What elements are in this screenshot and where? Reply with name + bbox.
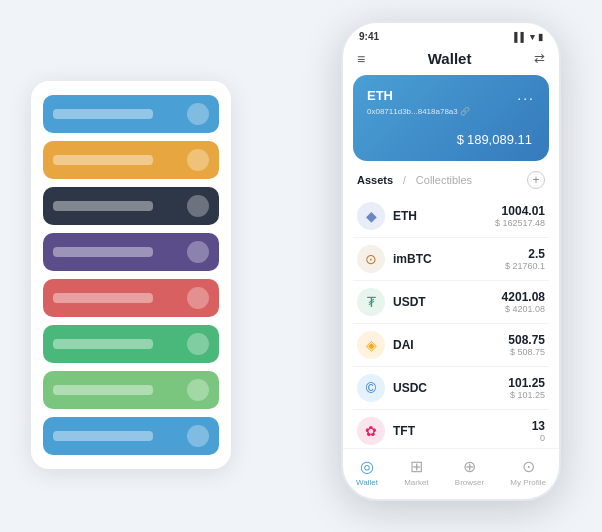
asset-left: © USDC (357, 374, 427, 402)
asset-icon-dai: ◈ (357, 331, 385, 359)
tab-collectibles[interactable]: Collectibles (416, 174, 472, 186)
eth-card-header: ETH ... (367, 87, 535, 103)
asset-amount: 13 (532, 419, 545, 433)
asset-left: ⊙ imBTC (357, 245, 432, 273)
card-item-4[interactable] (43, 279, 219, 317)
asset-item-eth[interactable]: ◆ ETH 1004.01 $ 162517.48 (353, 195, 549, 238)
asset-left: ◈ DAI (357, 331, 414, 359)
card-item-5[interactable] (43, 325, 219, 363)
card-icon (187, 103, 209, 125)
asset-right: 13 0 (532, 419, 545, 443)
asset-icon-eth: ◆ (357, 202, 385, 230)
asset-icon-tft: ✿ (357, 417, 385, 445)
bottom-nav: ◎ Wallet ⊞ Market ⊕ Browser ⊙ My Profile (343, 448, 559, 499)
nav-item-market[interactable]: ⊞ Market (404, 457, 428, 487)
asset-left: ◆ ETH (357, 202, 417, 230)
asset-usd: $ 4201.08 (502, 304, 545, 314)
nav-icon-market: ⊞ (410, 457, 423, 476)
card-icon (187, 287, 209, 309)
eth-card-menu[interactable]: ... (517, 87, 535, 103)
eth-card-address: 0x08711d3b...8418a78a3 🔗 (367, 107, 535, 116)
app-scene: 9:41 ▌▌ ▾ ▮ ≡ Wallet ⇄ ETH ... 0x08711d3… (21, 21, 581, 511)
menu-icon[interactable]: ≡ (357, 51, 365, 67)
nav-item-wallet[interactable]: ◎ Wallet (356, 457, 378, 487)
nav-item-browser[interactable]: ⊕ Browser (455, 457, 484, 487)
card-label (53, 293, 153, 303)
asset-icon-imbtc: ⊙ (357, 245, 385, 273)
expand-icon[interactable]: ⇄ (534, 51, 545, 66)
asset-item-imbtc[interactable]: ⊙ imBTC 2.5 $ 21760.1 (353, 238, 549, 281)
card-item-1[interactable] (43, 141, 219, 179)
phone-mockup: 9:41 ▌▌ ▾ ▮ ≡ Wallet ⇄ ETH ... 0x08711d3… (341, 21, 561, 501)
card-icon (187, 333, 209, 355)
asset-item-dai[interactable]: ◈ DAI 508.75 $ 508.75 (353, 324, 549, 367)
status-icons: ▌▌ ▾ ▮ (514, 32, 543, 42)
nav-item-my-profile[interactable]: ⊙ My Profile (510, 457, 546, 487)
card-label (53, 385, 153, 395)
asset-amount: 508.75 (508, 333, 545, 347)
add-asset-button[interactable]: + (527, 171, 545, 189)
assets-header: Assets / Collectibles + (343, 161, 559, 195)
nav-label: My Profile (510, 478, 546, 487)
card-item-0[interactable] (43, 95, 219, 133)
phone-header: ≡ Wallet ⇄ (343, 46, 559, 75)
asset-name: imBTC (393, 252, 432, 266)
asset-amount: 1004.01 (495, 204, 545, 218)
card-icon (187, 241, 209, 263)
asset-item-usdt[interactable]: ₮ USDT 4201.08 $ 4201.08 (353, 281, 549, 324)
nav-icon-browser: ⊕ (463, 457, 476, 476)
asset-item-usdc[interactable]: © USDC 101.25 $ 101.25 (353, 367, 549, 410)
asset-right: 4201.08 $ 4201.08 (502, 290, 545, 314)
asset-usd: $ 21760.1 (505, 261, 545, 271)
asset-name: TFT (393, 424, 415, 438)
asset-item-tft[interactable]: ✿ TFT 13 0 (353, 410, 549, 448)
card-label (53, 247, 153, 257)
asset-left: ✿ TFT (357, 417, 415, 445)
asset-usd: $ 162517.48 (495, 218, 545, 228)
asset-icon-usdt: ₮ (357, 288, 385, 316)
asset-usd: $ 508.75 (508, 347, 545, 357)
nav-label: Wallet (356, 478, 378, 487)
card-item-2[interactable] (43, 187, 219, 225)
nav-icon-my-profile: ⊙ (522, 457, 535, 476)
eth-card[interactable]: ETH ... 0x08711d3b...8418a78a3 🔗 $189,08… (353, 75, 549, 161)
nav-label: Market (404, 478, 428, 487)
asset-usd: 0 (532, 433, 545, 443)
asset-usd: $ 101.25 (508, 390, 545, 400)
asset-right: 2.5 $ 21760.1 (505, 247, 545, 271)
asset-list: ◆ ETH 1004.01 $ 162517.48 ⊙ imBTC 2.5 $ … (343, 195, 559, 448)
nav-icon-wallet: ◎ (360, 457, 374, 476)
card-label (53, 431, 153, 441)
assets-tabs: Assets / Collectibles (357, 174, 472, 186)
card-icon (187, 425, 209, 447)
asset-right: 508.75 $ 508.75 (508, 333, 545, 357)
card-label (53, 155, 153, 165)
asset-name: USDT (393, 295, 426, 309)
asset-right: 1004.01 $ 162517.48 (495, 204, 545, 228)
card-icon (187, 379, 209, 401)
eth-card-amount: $189,089.11 (367, 126, 535, 149)
asset-amount: 4201.08 (502, 290, 545, 304)
nav-label: Browser (455, 478, 484, 487)
tab-assets[interactable]: Assets (357, 174, 393, 186)
card-stack (31, 81, 231, 469)
asset-icon-usdc: © (357, 374, 385, 402)
page-title: Wallet (428, 50, 472, 67)
card-item-7[interactable] (43, 417, 219, 455)
status-bar: 9:41 ▌▌ ▾ ▮ (343, 23, 559, 46)
asset-name: USDC (393, 381, 427, 395)
card-label (53, 109, 153, 119)
card-label (53, 201, 153, 211)
card-icon (187, 195, 209, 217)
card-label (53, 339, 153, 349)
asset-name: DAI (393, 338, 414, 352)
card-item-6[interactable] (43, 371, 219, 409)
tab-separator: / (403, 175, 406, 186)
asset-amount: 101.25 (508, 376, 545, 390)
status-time: 9:41 (359, 31, 379, 42)
card-item-3[interactable] (43, 233, 219, 271)
eth-card-currency: $ (457, 132, 464, 147)
asset-left: ₮ USDT (357, 288, 426, 316)
asset-amount: 2.5 (505, 247, 545, 261)
card-icon (187, 149, 209, 171)
